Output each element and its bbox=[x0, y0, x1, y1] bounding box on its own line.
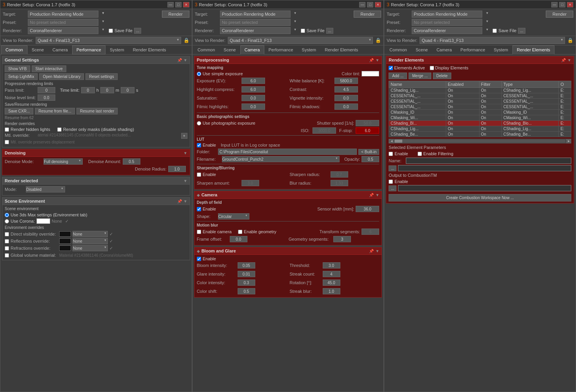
delete-btn[interactable]: Delete bbox=[433, 73, 451, 79]
tab-system-3[interactable]: System bbox=[489, 45, 512, 54]
filmic-highlights-input[interactable] bbox=[242, 103, 265, 110]
render-mode-select[interactable]: Disabled bbox=[26, 186, 65, 192]
start-interactive-btn[interactable]: Start interactive bbox=[32, 65, 66, 72]
renderer-select-1[interactable]: CoronaRenderer bbox=[28, 27, 98, 34]
use-3ds-max-radio[interactable] bbox=[5, 213, 9, 217]
params-enable-filtering-checkbox[interactable] bbox=[418, 152, 422, 156]
tab-render-elements-1[interactable]: Render Elements bbox=[129, 45, 171, 54]
table-row[interactable]: CESSENTIAL_... On On CESSENTIAL_... E: bbox=[389, 104, 571, 110]
minimize-btn-2[interactable]: — bbox=[359, 2, 365, 7]
time-m-input[interactable] bbox=[100, 87, 114, 93]
scene-env-header[interactable]: Scene Environment 📌 ▼ bbox=[2, 198, 190, 205]
setup-lightmix-btn[interactable]: Setup LightMix bbox=[5, 73, 38, 80]
fstop-input[interactable] bbox=[356, 127, 379, 134]
display-elements-checkbox[interactable] bbox=[430, 66, 434, 70]
tab-system-2[interactable]: System bbox=[298, 45, 321, 54]
view-select-3[interactable]: Quad 4 - Final13_F13 bbox=[420, 37, 565, 44]
params-wide-input[interactable] bbox=[398, 165, 571, 171]
global-vol-checkbox[interactable] bbox=[5, 253, 9, 258]
shape-select[interactable]: Circular bbox=[218, 213, 249, 220]
color-shift-input[interactable] bbox=[238, 288, 255, 294]
tab-common-2[interactable]: Common bbox=[193, 45, 220, 54]
denoise-radius-input[interactable] bbox=[168, 166, 186, 172]
target-select-3[interactable]: Production Rendering Mode bbox=[412, 11, 482, 18]
scroll-thumb[interactable] bbox=[394, 140, 402, 143]
streak-blur-input[interactable] bbox=[323, 288, 340, 294]
save-file-dots-3[interactable]: ... bbox=[518, 28, 525, 34]
resume-last-btn[interactable]: Resume last render bbox=[76, 108, 118, 114]
maximize-btn-1[interactable]: □ bbox=[175, 2, 182, 7]
name-field-input[interactable] bbox=[406, 158, 571, 164]
glare-intensity-input[interactable] bbox=[238, 271, 255, 277]
combustion-dots-btn[interactable]: ... bbox=[389, 185, 396, 191]
color-intensity-input[interactable] bbox=[238, 279, 255, 286]
tab-camera-1[interactable]: Camera bbox=[48, 45, 72, 54]
save-cxr-btn[interactable]: Save CXR... bbox=[5, 108, 33, 114]
minimize-btn-1[interactable]: — bbox=[167, 2, 174, 7]
save-file-checkbox-1[interactable] bbox=[109, 29, 113, 33]
combustion-enable-checkbox[interactable] bbox=[389, 180, 393, 184]
view-select-2[interactable]: Quad 4 - Final13_F13 bbox=[228, 37, 373, 44]
tab-performance-2[interactable]: Performance bbox=[264, 45, 298, 54]
scroll-left-arrow[interactable]: ◀ bbox=[389, 139, 394, 143]
save-file-checkbox-2[interactable] bbox=[301, 29, 305, 33]
render-btn-2[interactable]: Render bbox=[354, 11, 381, 18]
table-row[interactable]: CShading_Bl... On On CShading_Blo... E: bbox=[389, 121, 571, 126]
dof-enable-checkbox[interactable] bbox=[197, 207, 201, 211]
frame-offset-input[interactable] bbox=[230, 236, 247, 242]
saturation-input[interactable] bbox=[242, 95, 265, 101]
tab-common-1[interactable]: Common bbox=[1, 45, 27, 54]
table-row[interactable]: CShading_Lig... On On CShading_Lig... E: bbox=[389, 88, 571, 93]
create-workspace-btn[interactable]: Create Combustion Workspace Now ... bbox=[389, 194, 571, 201]
denoise-mode-select[interactable]: Full denoising bbox=[44, 158, 83, 165]
tab-render-elements-3[interactable]: Render Elements bbox=[512, 45, 554, 54]
close-btn-1[interactable]: ✕ bbox=[183, 2, 189, 7]
threshold-input[interactable] bbox=[323, 262, 340, 269]
table-row[interactable]: CESSENTIAL_... On On CESSENTIAL_... E: bbox=[389, 99, 571, 104]
save-file-checkbox-3[interactable] bbox=[492, 29, 497, 33]
camera-header[interactable]: ◆ Camera 📌 ▼ bbox=[194, 191, 382, 199]
bloom-glare-header[interactable]: ◆ Bloom and Glare 📌 ▼ bbox=[194, 247, 382, 255]
panel-content-1[interactable]: General Settings 📌 ▼ Show VFB Start inte… bbox=[0, 54, 192, 392]
blur-radius-input[interactable] bbox=[331, 180, 348, 186]
renderer-select-2[interactable]: CoronaRenderer bbox=[220, 27, 291, 34]
sharpening-enable-checkbox[interactable] bbox=[197, 172, 201, 177]
filmic-shadows-input[interactable] bbox=[334, 103, 358, 110]
render-selected-header[interactable]: Render selected ▼ bbox=[2, 177, 190, 185]
scroll-track[interactable] bbox=[394, 140, 565, 143]
vignette-input[interactable] bbox=[334, 95, 358, 101]
lut-enable-checkbox[interactable] bbox=[197, 143, 201, 147]
use-simple-exp-radio[interactable] bbox=[197, 72, 201, 76]
corona-env-color[interactable] bbox=[36, 218, 50, 224]
exposure-input[interactable] bbox=[242, 78, 265, 84]
view-select-1[interactable]: Quad 4 - Final13_F13 bbox=[36, 37, 181, 44]
refractions-checkbox[interactable] bbox=[5, 246, 9, 250]
iso-input[interactable] bbox=[313, 127, 336, 134]
preset-select-1[interactable]: No preset selected bbox=[28, 19, 98, 26]
denoise-amount-input[interactable] bbox=[123, 158, 140, 165]
general-settings-header[interactable]: General Settings 📌 ▼ bbox=[2, 56, 190, 64]
table-row[interactable]: CShading_Be... On On CShading_Be... E: bbox=[389, 132, 571, 137]
time-s-input[interactable] bbox=[121, 87, 134, 93]
tab-camera-2[interactable]: Camera bbox=[240, 45, 264, 54]
scroll-right-arrow[interactable]: ▶ bbox=[566, 139, 571, 143]
color-tint-swatch[interactable] bbox=[362, 71, 379, 76]
direct-vis-checkbox[interactable] bbox=[5, 232, 9, 236]
render-masks-checkbox[interactable] bbox=[57, 127, 62, 132]
close-btn-3[interactable]: ✕ bbox=[567, 2, 573, 7]
tab-system-1[interactable]: System bbox=[105, 45, 129, 54]
close-btn-2[interactable]: ✕ bbox=[375, 2, 381, 7]
tab-render-elements-2[interactable]: Render Elements bbox=[320, 45, 362, 54]
table-row[interactable]: CShading_Lig... On On CShading_Lig... E: bbox=[389, 126, 571, 132]
tab-common-3[interactable]: Common bbox=[385, 45, 411, 54]
tab-scene-2[interactable]: Scene bbox=[219, 45, 240, 54]
tab-performance-3[interactable]: Performance bbox=[456, 45, 489, 54]
resume-from-file-btn[interactable]: Resume from file... bbox=[35, 108, 75, 114]
lut-opacity-input[interactable] bbox=[362, 156, 379, 162]
streak-count-input[interactable] bbox=[323, 271, 340, 277]
direct-vis-color[interactable] bbox=[59, 231, 71, 237]
table-row[interactable]: CMasking_ID On On CMasking_ID E: bbox=[389, 110, 571, 115]
tab-scene-1[interactable]: Scene bbox=[27, 45, 48, 54]
tab-camera-3[interactable]: Camera bbox=[432, 45, 456, 54]
show-vfb-btn[interactable]: Show VFB bbox=[5, 65, 30, 72]
